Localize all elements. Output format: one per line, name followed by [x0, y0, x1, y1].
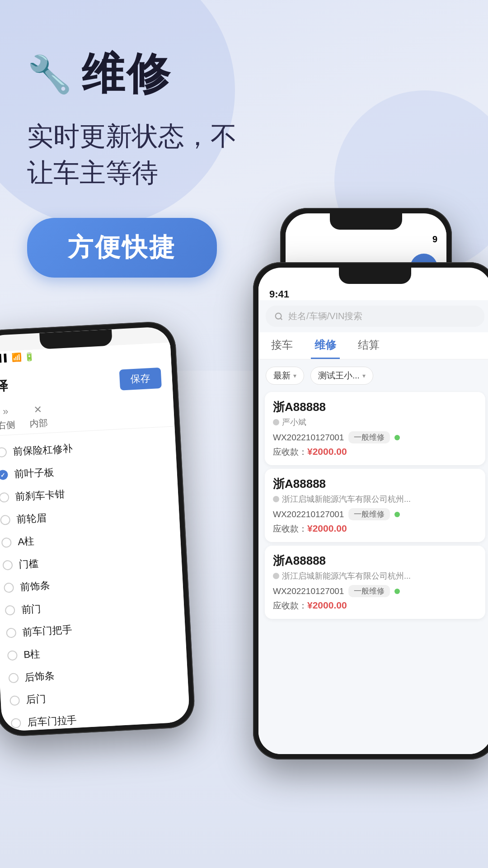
part-name: 前刹车卡钳	[15, 487, 65, 504]
tab-结算[interactable]: 结算	[354, 332, 383, 359]
owner-dot-icon	[273, 419, 279, 425]
part-radio[interactable]	[11, 718, 21, 728]
status-dot-icon	[394, 589, 400, 594]
hero-title-text: 维修	[81, 45, 172, 104]
car-amount: 应收款：¥2000.00	[273, 523, 477, 535]
part-name: 前轮眉	[16, 511, 47, 526]
part-radio[interactable]	[0, 447, 7, 458]
car-amount: 应收款：¥2000.00	[273, 600, 477, 612]
hero-subtitle: 实时更新状态，不 让车主等待	[27, 118, 237, 191]
car-owner: 浙江启城新能源汽车有限公司杭州...	[273, 571, 477, 581]
tab-inner-label: 内部	[29, 417, 48, 430]
amount-value: ¥2000.00	[307, 523, 347, 533]
status-dot-icon	[394, 435, 400, 440]
car-plate: 浙A88888	[273, 553, 477, 569]
right-filters: 最新▾测试王小...▾	[258, 359, 488, 388]
owner-name: 浙江启城新能源汽车有限公司杭州...	[282, 571, 411, 581]
owner-dot-icon	[273, 573, 279, 579]
chevron-down-icon: ▾	[362, 372, 366, 379]
tab-接车[interactable]: 接车	[267, 332, 296, 359]
part-radio[interactable]	[6, 627, 16, 638]
part-radio[interactable]	[0, 515, 10, 525]
right-phone-content: 9:41 姓名/车辆/VIN搜索 接车维修结算 最新▾测试	[258, 284, 488, 754]
filter-button[interactable]: 最新▾	[266, 367, 304, 385]
part-name: B柱	[23, 647, 41, 662]
order-number: WX202210127001	[273, 509, 344, 519]
order-number: WX202210127001	[273, 433, 344, 443]
part-radio[interactable]	[7, 650, 18, 660]
signal-icons: ▌▌▌ 📶 🔋	[0, 351, 34, 363]
part-name: 前饰条	[20, 579, 50, 594]
filter-button[interactable]: 测试王小...▾	[310, 367, 373, 385]
car-meta: WX202210127001 一般维修	[273, 431, 477, 443]
part-radio[interactable]	[8, 673, 19, 683]
phone-third-notch	[330, 213, 402, 230]
left-phone-title: 译	[0, 377, 8, 395]
table-row[interactable]: 浙A88888 浙江启城新能源汽车有限公司杭州... WX20221012700…	[265, 469, 485, 542]
part-name: 前车门把手	[22, 623, 72, 639]
battery-icon: 🔋	[24, 351, 34, 362]
owner-name: 浙江启城新能源汽车有限公司杭州...	[282, 494, 411, 505]
part-name: 前保险杠修补	[13, 442, 73, 458]
phone-left: ▌▌▌ 📶 🔋 译 保存 » 右侧 ✕ 内部	[0, 321, 196, 737]
tab-right-label: 右侧	[0, 419, 15, 432]
right-status-bar: 9:41	[258, 284, 488, 300]
phone-right-inner: 9:41 姓名/车辆/VIN搜索 接车维修结算 最新▾测试	[258, 268, 488, 754]
part-radio[interactable]	[0, 492, 9, 503]
order-number: WX202210127001	[273, 586, 344, 596]
left-phone-content: ▌▌▌ 📶 🔋 译 保存 » 右侧 ✕ 内部	[0, 343, 190, 732]
power-button	[179, 406, 183, 443]
car-cards-container: 浙A88888 严小斌 WX202210127001 一般维修 应收款：¥200…	[258, 392, 488, 619]
tab-inner[interactable]: ✕ 内部	[28, 403, 48, 430]
tab-维修[interactable]: 维修	[311, 332, 340, 359]
car-meta: WX202210127001 一般维修	[273, 508, 477, 520]
part-name: 前叶子板	[14, 466, 54, 481]
car-plate: 浙A88888	[273, 399, 477, 415]
part-radio[interactable]	[5, 605, 15, 615]
close-icon: ✕	[33, 404, 42, 416]
part-name: 后车门拉手	[27, 713, 77, 730]
part-radio[interactable]	[1, 538, 12, 548]
car-owner: 浙江启城新能源汽车有限公司杭州...	[273, 494, 477, 505]
right-arrow-icon: »	[2, 406, 9, 418]
tab-right[interactable]: » 右侧	[0, 405, 15, 432]
phone-right: 9:41 姓名/车辆/VIN搜索 接车维修结算 最新▾测试	[253, 262, 488, 760]
part-name: 后饰条	[24, 669, 55, 684]
part-name: A柱	[18, 534, 35, 549]
amount-value: ¥2000.00	[307, 600, 347, 610]
part-radio[interactable]	[2, 560, 13, 571]
amount-value: ¥2000.00	[307, 446, 347, 457]
hero-title-row: 🔧 维修	[27, 45, 172, 104]
part-name: 前门	[21, 602, 42, 616]
signal-icon: ▌▌▌	[0, 354, 9, 363]
table-row[interactable]: 浙A88888 浙江启城新能源汽车有限公司杭州... WX20221012700…	[265, 546, 485, 619]
right-tabs: 接车维修结算	[258, 332, 488, 359]
owner-dot-icon	[273, 496, 279, 502]
save-button[interactable]: 保存	[119, 368, 162, 391]
wrench-icon: 🔧	[27, 53, 72, 96]
car-amount: 应收款：¥2000.00	[273, 446, 477, 458]
right-search-bar[interactable]: 姓名/车辆/VIN搜索	[266, 306, 484, 327]
car-meta: WX202210127001 一般维修	[273, 585, 477, 597]
table-row[interactable]: 浙A88888 严小斌 WX202210127001 一般维修 应收款：¥200…	[265, 392, 485, 465]
part-radio[interactable]	[4, 583, 14, 593]
wifi-icon: 📶	[11, 352, 22, 363]
parts-list: 前保险杠修补前叶子板前刹车卡钳前轮眉A柱门槛前饰条前门前车门把手B柱后饰条后门后…	[0, 426, 190, 731]
car-badge: 一般维修	[348, 585, 390, 597]
svg-point-1	[276, 313, 282, 319]
car-plate: 浙A88888	[273, 476, 477, 492]
car-badge: 一般维修	[348, 508, 390, 520]
right-time: 9:41	[269, 288, 289, 300]
part-radio[interactable]	[9, 695, 20, 706]
phone-left-inner: ▌▌▌ 📶 🔋 译 保存 » 右侧 ✕ 内部	[0, 326, 190, 732]
phones-container: 9 全	[0, 235, 488, 868]
car-badge: 一般维修	[348, 431, 390, 443]
part-name: 门槛	[19, 557, 39, 571]
status-dot-icon	[394, 512, 400, 517]
owner-name: 严小斌	[282, 417, 306, 428]
car-owner: 严小斌	[273, 417, 477, 428]
part-radio[interactable]	[0, 470, 8, 480]
search-icon	[274, 311, 284, 321]
part-name: 后门	[26, 692, 47, 707]
search-placeholder: 姓名/车辆/VIN搜索	[288, 310, 362, 322]
